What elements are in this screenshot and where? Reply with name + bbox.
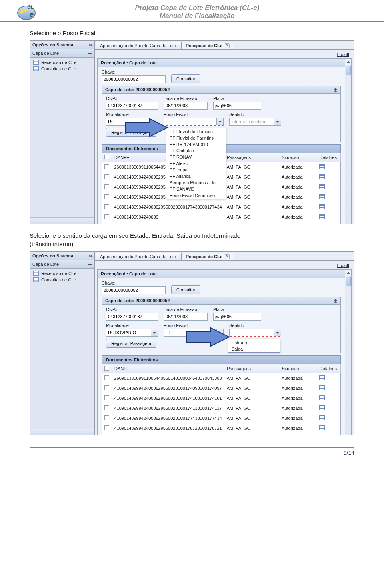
modalidade-input[interactable] [106,118,158,126]
dropdown-option[interactable]: PF Fluvial de Parintins [166,135,226,141]
sentido-input[interactable] [229,118,281,126]
details-icon[interactable] [319,375,325,380]
details-icon[interactable] [319,164,325,169]
dropdown-option[interactable]: Posto Fiscal Carinhoso [166,192,226,199]
row-checkbox[interactable] [104,184,109,189]
tab-recepcao[interactable]: Recepcao de CLe × [181,42,234,49]
posto-dropdown[interactable]: PF Fluvial de HumaitaPF Fluvial de Parin… [166,128,226,199]
scroll-up-icon[interactable] [345,270,351,276]
sidebar-item-consultas[interactable]: Consultas de CLe [30,66,94,72]
sidebar-item-recepcao[interactable]: Recepcao de CLe [30,270,94,277]
row-checkbox[interactable] [104,405,109,410]
row-checkbox[interactable] [104,385,109,390]
chave-input[interactable] [102,75,166,83]
chevron-down-icon[interactable] [151,329,158,336]
details-icon[interactable] [319,385,325,390]
vertical-scrollbar[interactable] [345,58,352,224]
details-icon[interactable] [319,194,325,199]
posto-input[interactable] [164,118,224,126]
sentido-dropdown[interactable]: EntradaSaida [228,339,280,353]
table-row: 4109014399942400062955002000017743000017… [102,202,341,212]
col-pass[interactable]: Passsagens [224,153,279,162]
collapse-up-icon[interactable] [334,88,337,92]
sidebar-section-header[interactable]: Capa de Lote [30,260,94,269]
data-input[interactable] [164,102,208,110]
scrollbar-thumb[interactable] [346,277,351,286]
doc-title: Projeto Capa de Lote Eletrônica (CL-e) [38,4,356,12]
scroll-up-icon[interactable] [345,59,351,65]
registrar-button[interactable]: Registrar Passagem [106,339,156,348]
checkbox-all[interactable] [104,155,109,159]
row-checkbox[interactable] [104,425,109,430]
col-sit[interactable]: Situacao [279,153,317,162]
consultar-button[interactable]: Consultar [171,74,200,83]
col-det[interactable]: Detalhes [317,364,340,373]
row-checkbox[interactable] [104,174,109,179]
dropdown-option[interactable]: PF Chibatao [166,147,226,154]
placa-input[interactable] [213,102,261,110]
row-checkbox[interactable] [104,395,109,400]
placa-input[interactable] [213,313,261,321]
dropdown-option[interactable]: PF Ibepar [166,167,226,173]
row-checkbox[interactable] [104,214,109,219]
dropdown-option[interactable]: PF Fluvial de Humaita [166,128,226,135]
consultar-button[interactable]: Consultar [171,285,200,294]
chevron-down-icon[interactable] [274,118,281,125]
collapse-up-icon[interactable] [334,299,337,303]
row-checkbox[interactable] [104,164,109,169]
tab-recepcao[interactable]: Recepcao de CLe× [181,253,234,260]
logoff-link[interactable]: Logoff [337,52,349,57]
row-checkbox[interactable] [104,194,109,199]
details-icon[interactable] [319,214,325,219]
dropdown-option[interactable]: Entrada [228,339,280,346]
checkbox-all[interactable] [104,366,109,371]
data-input[interactable] [164,313,208,321]
details-icon[interactable] [319,204,325,209]
sidebar-item-recepcao[interactable]: Recepcao de CLe [30,59,94,66]
col-pass[interactable]: Passsagens [224,364,279,373]
dropdown-option[interactable]: PF BR-174/AM-010 [166,141,226,147]
scrollbar-thumb[interactable] [346,66,351,75]
details-icon[interactable] [319,395,325,400]
cnpj-input[interactable] [106,313,158,321]
chevron-down-icon[interactable] [151,118,158,125]
vertical-scrollbar[interactable] [345,269,352,435]
row-checkbox[interactable] [104,415,109,420]
posto-input[interactable] [164,329,224,337]
col-danfe[interactable]: DANFE [112,364,224,373]
tab-strip: Apresentação do Projeto Capa de Lote Rec… [95,41,354,50]
tab-apresentacao[interactable]: Apresentação do Projeto Capa de Lote [96,42,180,49]
chevron-down-icon[interactable] [216,329,223,336]
col-det[interactable]: Detalhes [317,153,340,162]
sentido-input[interactable] [229,329,281,337]
collapse-icon[interactable]: << [89,43,92,47]
details-icon[interactable] [319,405,325,410]
dropdown-option[interactable]: PF SANAVE [166,186,226,192]
tab-apresentacao[interactable]: Apresentação do Projeto Capa de Lote [96,253,180,260]
details-icon[interactable] [319,184,325,189]
dropdown-option[interactable]: PF Aleixo [166,160,226,167]
close-icon[interactable]: × [225,254,230,259]
dropdown-option[interactable]: Aeroporto Manaus / Flo [166,179,226,186]
close-icon[interactable]: × [225,43,230,48]
logoff-link[interactable]: Logoff [337,263,349,268]
det-cell [317,403,340,413]
chevron-down-icon[interactable] [216,118,223,125]
sidebar-item-consultas[interactable]: Consultas de CLe [30,277,94,283]
dropdown-option[interactable]: PF RONAV [166,154,226,160]
col-sit[interactable]: Situacao [279,364,317,373]
dropdown-option[interactable]: PF Alianca [166,173,226,179]
row-checkbox[interactable] [104,204,109,209]
collapse-icon[interactable]: << [89,254,92,258]
modalidade-input[interactable] [106,329,158,337]
chave-input[interactable] [102,286,166,294]
dropdown-option[interactable]: Saida [228,346,280,352]
registrar-button[interactable]: Registrar Passagem [106,128,156,137]
chevron-down-icon[interactable] [274,329,281,336]
details-icon[interactable] [319,174,325,179]
row-checkbox[interactable] [104,375,109,380]
details-icon[interactable] [319,425,325,430]
cnpj-input[interactable] [106,102,158,110]
sidebar-section-header[interactable]: Capa de Lote [30,49,94,58]
details-icon[interactable] [319,415,325,420]
